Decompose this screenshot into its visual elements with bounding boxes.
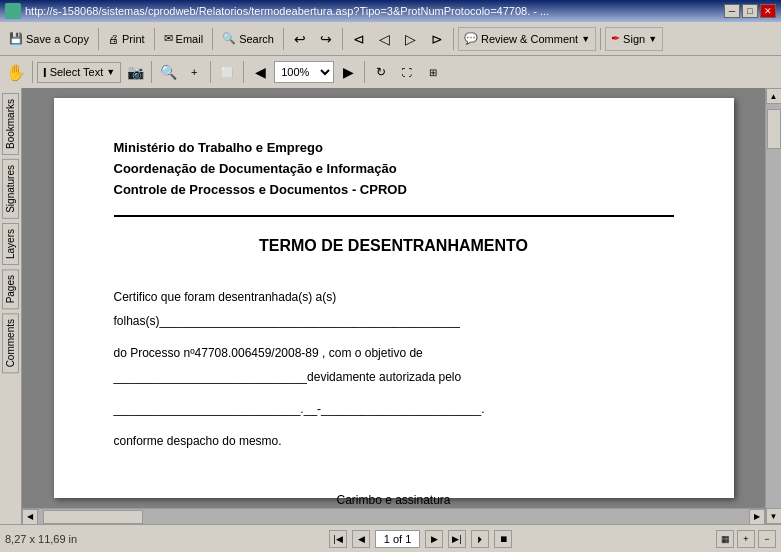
layers-tab[interactable]: Layers (2, 223, 19, 265)
scroll-v-thumb[interactable] (767, 109, 781, 149)
pdf-page: Ministério do Trabalho e Emprego Coorden… (54, 98, 734, 498)
pdf-divider (114, 215, 674, 217)
search-button[interactable]: 🔍 Search (217, 25, 279, 53)
status-bar-right: ▦ + − (716, 530, 776, 548)
separator5 (342, 28, 343, 50)
stop-button[interactable]: ⏹ (494, 530, 512, 548)
vertical-scrollbar[interactable]: ▲ ▼ (765, 88, 781, 524)
next-page-nav-button[interactable]: ▶ (425, 530, 443, 548)
nav-button[interactable]: ⊞ (421, 60, 445, 84)
scroll-left-button[interactable]: ◀ (22, 509, 38, 525)
first-page-nav-button[interactable]: |◀ (329, 530, 347, 548)
select-text-dropdown-icon: ▼ (106, 67, 115, 77)
print-label: Print (122, 33, 145, 45)
content-area: Ministério do Trabalho e Emprego Coorden… (22, 88, 765, 524)
content-and-vscroll: Ministério do Trabalho e Emprego Coorden… (22, 88, 781, 524)
first-page-icon-btn[interactable]: ⊲ (347, 27, 371, 51)
scroll-v-track[interactable] (766, 104, 781, 508)
bookmarks-tab[interactable]: Bookmarks (2, 93, 19, 155)
sign-button[interactable]: ✒ Sign ▼ (605, 27, 663, 51)
scroll-h-track[interactable] (38, 509, 749, 524)
next-page-icon-btn[interactable]: ▷ (399, 27, 423, 51)
review-icon: 💬 (464, 32, 478, 45)
separator8 (32, 61, 33, 83)
email-label: Email (176, 33, 204, 45)
zoom-next-button[interactable]: ▶ (336, 60, 360, 84)
status-zoom-in-button[interactable]: + (737, 530, 755, 548)
sign-label: Sign (623, 33, 645, 45)
toolbar-row1: 💾 Save a Copy 🖨 Print ✉ Email 🔍 Search ↩… (0, 22, 781, 56)
prev-page-nav-button[interactable]: ◀ (352, 530, 370, 548)
scroll-up-button[interactable]: ▲ (766, 88, 782, 104)
rotate-button[interactable]: ↻ (369, 60, 393, 84)
separator11 (243, 61, 244, 83)
email-button[interactable]: ✉ Email (159, 25, 209, 53)
scroll-right-button[interactable]: ▶ (749, 509, 765, 525)
sign-dropdown-icon: ▼ (648, 34, 657, 44)
zoom-prev-button[interactable]: ◀ (248, 60, 272, 84)
scroll-h-thumb[interactable] (43, 510, 143, 524)
sign-pen-icon: ✒ (611, 32, 620, 45)
status-view-button[interactable]: ▦ (716, 530, 734, 548)
review-comment-button[interactable]: 💬 Review & Comment ▼ (458, 27, 596, 51)
separator10 (210, 61, 211, 83)
separator3 (212, 28, 213, 50)
page-number-input[interactable] (375, 530, 420, 548)
app-icon (5, 3, 21, 19)
status-bar-left: 8,27 x 11,69 in (5, 533, 125, 545)
status-bar-center: |◀ ◀ ▶ ▶| ⏵ ⏹ (130, 530, 711, 548)
review-dropdown-icon: ▼ (581, 34, 590, 44)
hand-tool-button[interactable]: ✋ (4, 60, 28, 84)
pdf-body-line2: do Processo nº47708.006459/2008-89 , com… (114, 341, 674, 389)
email-icon: ✉ (164, 32, 173, 45)
redo-button[interactable]: ↪ (314, 27, 338, 51)
play-button[interactable]: ⏵ (471, 530, 489, 548)
undo-button[interactable]: ↩ (288, 27, 312, 51)
pdf-body: Certifico que foram desentranhada(s) a(s… (114, 285, 674, 453)
snapshot-button[interactable]: 📷 (123, 60, 147, 84)
scroll-down-button[interactable]: ▼ (766, 508, 782, 524)
prev-page-icon-btn[interactable]: ◁ (373, 27, 397, 51)
last-page-icon-btn[interactable]: ⊳ (425, 27, 449, 51)
toolbar-row2: ✋ I Select Text ▼ 📷 🔍 + ⬜ ◀ 50% 75% 100%… (0, 56, 781, 88)
horizontal-scrollbar[interactable]: ◀ ▶ (22, 508, 765, 524)
pdf-container[interactable]: Ministério do Trabalho e Emprego Coorden… (22, 88, 765, 508)
select-text-button[interactable]: I Select Text ▼ (37, 62, 121, 83)
zoom-out-button[interactable]: 🔍 (156, 60, 180, 84)
text-cursor-icon: I (43, 65, 47, 80)
pdf-footer: Carimbo e assinatura (114, 493, 674, 507)
title-text: http://s-158068/sistemas/cprodweb/Relato… (25, 5, 549, 17)
save-copy-button[interactable]: 💾 Save a Copy (4, 25, 94, 53)
last-page-nav-button[interactable]: ▶| (448, 530, 466, 548)
pdf-title: TERMO DE DESENTRANHAMENTO (114, 237, 674, 255)
select-text-label: Select Text (50, 66, 104, 78)
separator4 (283, 28, 284, 50)
separator2 (154, 28, 155, 50)
search-icon: 🔍 (222, 32, 236, 45)
print-button[interactable]: 🖨 Print (103, 25, 150, 53)
status-zoom-out-button[interactable]: − (758, 530, 776, 548)
save-icon: 💾 (9, 32, 23, 45)
separator9 (151, 61, 152, 83)
search-label: Search (239, 33, 274, 45)
separator7 (600, 28, 601, 50)
comments-tab[interactable]: Comments (2, 313, 19, 373)
pdf-header: Ministério do Trabalho e Emprego Coorden… (114, 138, 674, 200)
pdf-body-line1: Certifico que foram desentranhada(s) a(s… (114, 285, 674, 333)
fullscreen-button[interactable]: ⛶ (395, 60, 419, 84)
zoom-in-button[interactable]: + (182, 60, 206, 84)
pages-tab[interactable]: Pages (2, 269, 19, 309)
separator1 (98, 28, 99, 50)
separator12 (364, 61, 365, 83)
pdf-header-line1: Ministério do Trabalho e Emprego (114, 138, 674, 159)
maximize-button[interactable]: □ (742, 4, 758, 18)
print-icon: 🖨 (108, 33, 119, 45)
close-button[interactable]: ✕ (760, 4, 776, 18)
pdf-header-line3: Controle de Processos e Documentos - CPR… (114, 180, 674, 201)
signatures-tab[interactable]: Signatures (2, 159, 19, 219)
separator6 (453, 28, 454, 50)
fit-page-button[interactable]: ⬜ (215, 60, 239, 84)
minimize-button[interactable]: ─ (724, 4, 740, 18)
review-label: Review & Comment (481, 33, 578, 45)
zoom-select[interactable]: 50% 75% 100% 125% 150% 200% (274, 61, 334, 83)
